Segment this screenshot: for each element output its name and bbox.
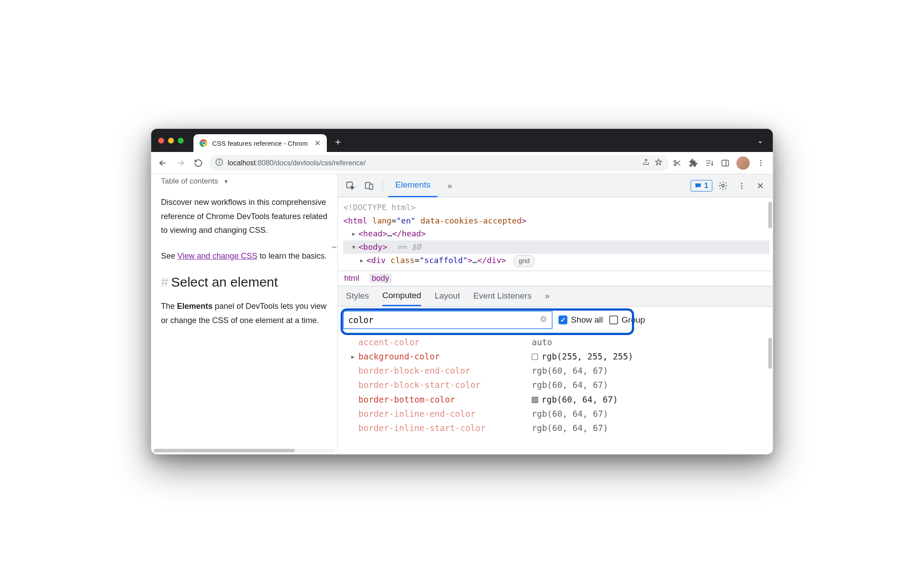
tabs-overflow-icon[interactable]: »	[440, 174, 459, 197]
group-checkbox[interactable]: Group	[609, 315, 645, 325]
page-preview-pane: Table of contents ▾ Discover new workflo…	[151, 174, 338, 454]
forward-button[interactable]	[173, 156, 188, 170]
inspect-element-icon[interactable]	[342, 178, 358, 194]
grid-badge[interactable]: grid	[514, 255, 534, 267]
issues-badge[interactable]: 1	[691, 180, 712, 192]
svg-point-17	[741, 183, 743, 184]
section-paragraph: The Elements panel of DevTools lets you …	[161, 299, 328, 327]
subtab-computed[interactable]: Computed	[382, 286, 422, 306]
extensions-icon[interactable]	[688, 158, 698, 168]
tabs-menu-icon[interactable]: ⌄	[753, 136, 767, 145]
bookmark-star-icon[interactable]	[655, 158, 663, 168]
computed-property-row[interactable]: border-block-end-colorrgb(60, 64, 67)	[350, 363, 773, 378]
svg-point-16	[722, 184, 724, 187]
browser-tab[interactable]: CSS features reference - Chrom ✕	[193, 134, 327, 152]
devtools-kebab-icon[interactable]	[734, 178, 750, 194]
computed-property-row[interactable]: border-block-start-colorrgb(60, 64, 67)	[350, 378, 773, 392]
property-value: rgb(60, 64, 67)	[532, 407, 608, 421]
toc-toggle[interactable]: Table of contents ▾	[161, 177, 328, 186]
color-swatch-icon[interactable]	[532, 397, 538, 403]
computed-property-row[interactable]: ▸background-colorrgb(255, 255, 255)	[350, 349, 773, 363]
tab-elements[interactable]: Elements	[388, 174, 438, 197]
checkbox-checked-icon: ✓	[558, 315, 567, 324]
dom-scrollbar[interactable]	[768, 202, 772, 228]
see-also-paragraph: See View and change CSS to learn the bas…	[161, 249, 328, 264]
chrome-favicon-icon	[200, 139, 208, 147]
property-name: accent-color	[358, 335, 532, 349]
svg-point-12	[760, 164, 762, 166]
color-swatch-icon[interactable]	[532, 354, 538, 360]
property-name: background-color	[358, 349, 532, 363]
subtab-event-listeners[interactable]: Event Listeners	[473, 286, 531, 306]
share-icon[interactable]	[642, 158, 650, 168]
clear-filter-icon[interactable]	[539, 315, 547, 325]
filter-input[interactable]	[343, 311, 552, 329]
back-button[interactable]	[156, 156, 170, 170]
reading-list-icon[interactable]	[704, 158, 714, 168]
maximize-window-button[interactable]	[178, 138, 184, 144]
styles-subtabs: Styles Computed Layout Event Listeners »	[338, 286, 773, 307]
svg-point-19	[741, 187, 743, 188]
svg-point-11	[760, 162, 762, 164]
show-all-checkbox[interactable]: ✓ Show all	[558, 315, 603, 325]
property-name: border-inline-start-color	[358, 421, 532, 435]
minimize-window-button[interactable]	[168, 138, 174, 144]
svg-point-18	[741, 185, 743, 186]
filter-input-field[interactable]	[348, 315, 539, 325]
property-value: rgb(255, 255, 255)	[532, 349, 633, 363]
anchor-hash-icon[interactable]: #	[161, 275, 169, 289]
titlebar: CSS features reference - Chrom ✕ ＋ ⌄	[151, 129, 773, 152]
subtab-styles[interactable]: Styles	[346, 286, 369, 306]
dom-body-selected[interactable]: ⋯ ▾<body> == $0	[343, 240, 769, 254]
computed-filter-row: ✓ Show all Group	[338, 307, 773, 333]
property-value: rgb(60, 64, 67)	[532, 363, 608, 378]
computed-properties-list: accent-colorauto▸background-colorrgb(255…	[338, 333, 773, 455]
svg-point-2	[202, 142, 205, 144]
subtab-layout[interactable]: Layout	[434, 286, 460, 306]
close-tab-icon[interactable]: ✕	[314, 139, 321, 148]
computed-scrollbar[interactable]	[768, 338, 772, 369]
property-value: rgb(60, 64, 67)	[532, 421, 608, 435]
property-value: auto	[532, 335, 552, 349]
close-window-button[interactable]	[158, 138, 164, 144]
dom-doctype[interactable]: <!DOCTYPE html>	[343, 201, 769, 214]
crumb-body[interactable]: body	[369, 274, 392, 283]
selection-dots-icon: ⋯	[332, 240, 337, 254]
side-panel-icon[interactable]	[720, 158, 730, 168]
device-toolbar-icon[interactable]	[361, 178, 377, 194]
crumb-html[interactable]: html	[344, 274, 359, 283]
close-devtools-icon[interactable]	[752, 178, 768, 194]
new-tab-button[interactable]: ＋	[331, 135, 345, 148]
property-name: border-inline-end-color	[358, 407, 532, 421]
reload-button[interactable]	[191, 156, 205, 170]
dom-div-scaffold[interactable]: ▸<div class="scaffold">…</div> grid	[343, 254, 769, 267]
computed-property-row[interactable]: border-bottom-colorrgb(60, 64, 67)	[350, 392, 773, 407]
url-text: localhost:8080/docs/devtools/css/referen…	[228, 159, 366, 167]
address-bar[interactable]: localhost:8080/docs/devtools/css/referen…	[209, 155, 669, 171]
devtools-tabs: Elements » 1	[338, 174, 773, 197]
toc-label: Table of contents	[161, 177, 218, 186]
horizontal-scrollbar[interactable]	[154, 449, 335, 452]
dom-tree[interactable]: <!DOCTYPE html> <html lang="en" data-coo…	[338, 197, 773, 271]
dom-breadcrumb: html body	[338, 271, 773, 286]
computed-property-row[interactable]: border-inline-end-colorrgb(60, 64, 67)	[350, 407, 773, 421]
property-name: border-block-end-color	[358, 363, 532, 378]
subtabs-overflow-icon[interactable]: »	[545, 286, 550, 306]
property-value: rgb(60, 64, 67)	[532, 392, 618, 407]
computed-property-row[interactable]: border-inline-start-colorrgb(60, 64, 67)	[350, 421, 773, 435]
window-controls	[158, 138, 184, 144]
profile-avatar[interactable]	[736, 156, 750, 170]
scissors-icon[interactable]	[672, 158, 682, 168]
expand-arrow-icon: ▸	[350, 349, 358, 363]
svg-rect-8	[722, 160, 729, 166]
dom-html[interactable]: <html lang="en" data-cookies-accepted>	[343, 214, 769, 228]
svg-point-10	[760, 160, 762, 161]
tab-title: CSS features reference - Chrom	[212, 140, 308, 147]
svg-point-6	[674, 160, 676, 162]
site-info-icon[interactable]	[215, 158, 223, 168]
dom-head[interactable]: ▸<head>…</head>	[343, 227, 769, 240]
view-change-css-link[interactable]: View and change CSS	[177, 252, 257, 260]
kebab-menu-icon[interactable]	[756, 158, 766, 168]
settings-gear-icon[interactable]	[715, 178, 731, 194]
computed-property-row[interactable]: accent-colorauto	[350, 335, 773, 349]
